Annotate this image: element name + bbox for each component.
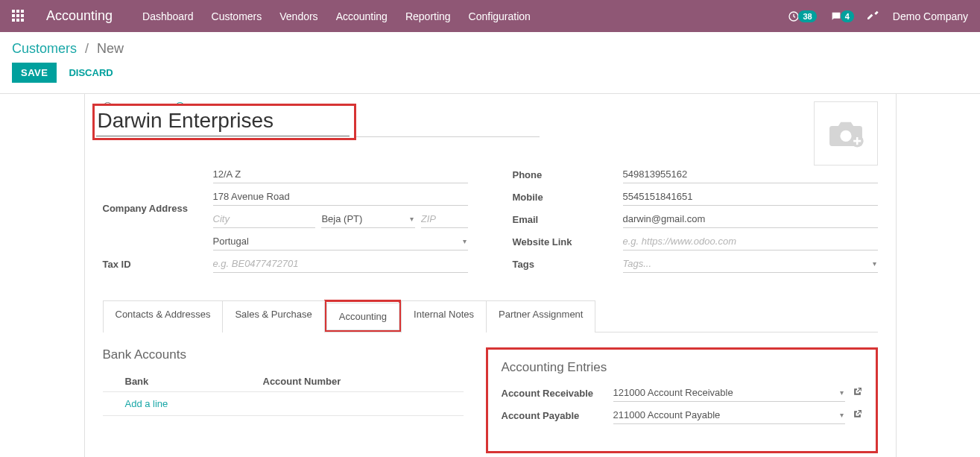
nav-reporting[interactable]: Reporting [405, 10, 451, 22]
accounting-entries-title: Accounting Entries [502, 360, 862, 375]
street2-input[interactable] [213, 188, 468, 206]
bank-accounts-title: Bank Accounts [103, 347, 464, 362]
wrench-icon [867, 9, 879, 21]
country-input[interactable] [213, 233, 468, 250]
zip-input[interactable] [421, 210, 468, 228]
tab-accounting[interactable]: Accounting [326, 303, 399, 330]
name-highlight [92, 104, 356, 140]
external-link-icon [853, 387, 862, 397]
bank-table-head: Bank Account Number [103, 371, 464, 392]
tab-notes[interactable]: Internal Notes [401, 300, 487, 332]
nav-vendors[interactable]: Vendors [279, 10, 317, 22]
tab-accounting-highlight: Accounting [324, 300, 401, 332]
account-receivable-external[interactable] [853, 387, 862, 399]
messages-button[interactable]: 4 [830, 10, 854, 22]
tab-partner[interactable]: Partner Assignment [486, 300, 595, 332]
right-column: Phone Mobile Email Website Link Tags▾ [513, 166, 878, 277]
form-actions: SAVE DISCARD [0, 60, 980, 93]
mobile-input[interactable] [623, 188, 878, 206]
activity-badge: 38 [798, 10, 816, 22]
tabs: Contacts & Addresses Sales & Purchase Ac… [103, 300, 878, 332]
left-column: Company Address ▾ ▾ Tax ID [103, 166, 468, 277]
bank-accounts-section: Bank Accounts Bank Account Number Add a … [103, 347, 464, 453]
breadcrumb: Customers / New [0, 32, 980, 60]
topbar-right: 38 4 Demo Company [788, 9, 968, 23]
svg-point-1 [840, 130, 851, 142]
phone-input[interactable] [623, 166, 878, 183]
street1-input[interactable] [213, 166, 468, 183]
company-switcher[interactable]: Demo Company [893, 10, 968, 22]
nav-customers[interactable]: Customers [212, 10, 262, 22]
city-input[interactable] [213, 210, 316, 228]
app-brand[interactable]: Accounting [46, 8, 113, 24]
camera-icon [826, 118, 866, 149]
messages-badge: 4 [841, 10, 854, 22]
add-bank-line[interactable]: Add a line [103, 392, 464, 416]
tab-contacts[interactable]: Contacts & Addresses [103, 300, 224, 332]
nav-dashboard[interactable]: Dashboard [142, 10, 194, 22]
account-payable-external[interactable] [853, 409, 862, 421]
email-label: Email [513, 214, 623, 225]
phone-label: Phone [513, 169, 623, 180]
topbar: Accounting Dashboard Customers Vendors A… [0, 0, 980, 32]
tags-label: Tags [513, 259, 623, 270]
nav-accounting[interactable]: Accounting [336, 10, 388, 22]
account-receivable-input[interactable] [613, 384, 845, 402]
website-label: Website Link [513, 236, 623, 248]
breadcrumb-sep: / [85, 41, 89, 56]
activity-button[interactable]: 38 [788, 10, 816, 22]
form-sheet: Individual Company Company Address ▾ ▾ [84, 94, 897, 457]
tags-input[interactable] [623, 255, 878, 273]
tax-id-input[interactable] [213, 255, 468, 273]
account-receivable-label: Account Receivable [502, 388, 613, 399]
tab-sales[interactable]: Sales & Purchase [222, 300, 324, 332]
photo-upload[interactable] [814, 101, 878, 166]
bank-col-bank: Bank [103, 376, 263, 387]
account-payable-label: Account Payable [502, 410, 613, 421]
discard-button[interactable]: DISCARD [69, 67, 113, 78]
website-input[interactable] [623, 233, 878, 250]
accounting-entries-highlight: Accounting Entries Account Receivable ▾ … [486, 347, 878, 453]
tax-id-label: Tax ID [103, 259, 213, 270]
state-input[interactable] [321, 210, 414, 228]
apps-icon[interactable] [12, 10, 25, 23]
name-input[interactable] [96, 106, 350, 136]
breadcrumb-current: New [97, 41, 124, 56]
nav-configuration[interactable]: Configuration [469, 10, 531, 22]
bank-col-account-number: Account Number [263, 376, 341, 387]
company-address-label: Company Address [103, 203, 213, 214]
account-payable-input[interactable] [613, 406, 845, 424]
email-input[interactable] [623, 210, 878, 228]
breadcrumb-root[interactable]: Customers [12, 41, 77, 56]
save-button[interactable]: SAVE [12, 63, 57, 83]
top-nav: Dashboard Customers Vendors Accounting R… [142, 10, 788, 22]
mobile-label: Mobile [513, 192, 623, 203]
debug-button[interactable] [867, 9, 879, 23]
external-link-icon [853, 409, 862, 419]
